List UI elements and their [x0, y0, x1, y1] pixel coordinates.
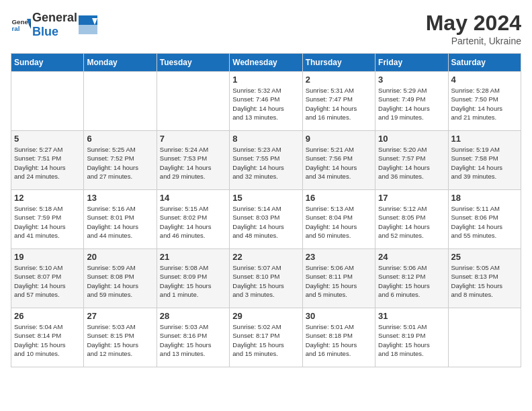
day-info: Sunrise: 5:21 AM Sunset: 7:56 PM Dayligh…: [306, 145, 372, 181]
day-number: 12: [14, 193, 81, 203]
header-monday: Monday: [84, 54, 157, 72]
logo-ral-text: ral: [62, 11, 77, 24]
day-number: 1: [232, 75, 299, 85]
table-row: [157, 72, 229, 131]
day-number: 30: [306, 311, 372, 321]
table-row: 28Sunrise: 5:03 AM Sunset: 8:16 PM Dayli…: [157, 308, 229, 367]
day-info: Sunrise: 5:13 AM Sunset: 8:04 PM Dayligh…: [306, 204, 372, 240]
table-row: 17Sunrise: 5:12 AM Sunset: 8:05 PM Dayli…: [375, 190, 448, 249]
table-row: 19Sunrise: 5:10 AM Sunset: 8:07 PM Dayli…: [11, 249, 84, 308]
day-info: Sunrise: 5:14 AM Sunset: 8:03 PM Dayligh…: [232, 204, 299, 240]
header-wednesday: Wednesday: [230, 54, 302, 72]
day-info: Sunrise: 5:07 AM Sunset: 8:10 PM Dayligh…: [232, 263, 299, 299]
day-info: Sunrise: 5:31 AM Sunset: 7:47 PM Dayligh…: [306, 86, 372, 122]
calendar-title: May 2024: [426, 11, 521, 36]
header-thursday: Thursday: [302, 54, 375, 72]
day-info: Sunrise: 5:08 AM Sunset: 8:09 PM Dayligh…: [160, 263, 226, 299]
title-block: May 2024 Partenit, Ukraine: [426, 11, 521, 46]
table-row: 23Sunrise: 5:06 AM Sunset: 8:11 PM Dayli…: [302, 249, 375, 308]
table-row: 18Sunrise: 5:11 AM Sunset: 8:06 PM Dayli…: [448, 190, 521, 249]
table-row: 22Sunrise: 5:07 AM Sunset: 8:10 PM Dayli…: [230, 249, 302, 308]
table-row: 14Sunrise: 5:15 AM Sunset: 8:02 PM Dayli…: [157, 190, 229, 249]
day-info: Sunrise: 5:01 AM Sunset: 8:19 PM Dayligh…: [378, 322, 445, 358]
day-number: 28: [160, 311, 226, 321]
table-row: 25Sunrise: 5:05 AM Sunset: 8:13 PM Dayli…: [448, 249, 521, 308]
svg-text:ral: ral: [12, 25, 20, 32]
table-row: [448, 308, 521, 367]
day-info: Sunrise: 5:18 AM Sunset: 7:59 PM Dayligh…: [14, 204, 81, 240]
day-number: 21: [160, 252, 226, 262]
day-number: 29: [232, 311, 299, 321]
table-row: 29Sunrise: 5:02 AM Sunset: 8:17 PM Dayli…: [230, 308, 302, 367]
day-number: 10: [378, 134, 445, 144]
day-info: Sunrise: 5:11 AM Sunset: 8:06 PM Dayligh…: [451, 204, 518, 240]
calendar-week-row: 19Sunrise: 5:10 AM Sunset: 8:07 PM Dayli…: [11, 249, 521, 308]
day-number: 15: [232, 193, 299, 203]
table-row: 10Sunrise: 5:20 AM Sunset: 7:57 PM Dayli…: [375, 131, 448, 190]
logo: Gene ral General Blue: [11, 11, 97, 39]
day-number: 26: [14, 311, 81, 321]
table-row: 5Sunrise: 5:27 AM Sunset: 7:51 PM Daylig…: [11, 131, 84, 190]
day-number: 19: [14, 252, 81, 262]
table-row: 8Sunrise: 5:23 AM Sunset: 7:55 PM Daylig…: [230, 131, 302, 190]
day-info: Sunrise: 5:16 AM Sunset: 8:01 PM Dayligh…: [87, 204, 153, 240]
weekday-header-row: Sunday Monday Tuesday Wednesday Thursday…: [11, 54, 521, 72]
day-number: 27: [87, 311, 153, 321]
day-info: Sunrise: 5:06 AM Sunset: 8:12 PM Dayligh…: [378, 263, 445, 299]
day-number: 24: [378, 252, 445, 262]
day-number: 8: [232, 134, 299, 144]
day-info: Sunrise: 5:03 AM Sunset: 8:15 PM Dayligh…: [87, 322, 153, 358]
table-row: [11, 72, 84, 131]
day-info: Sunrise: 5:09 AM Sunset: 8:08 PM Dayligh…: [87, 263, 153, 299]
calendar-week-row: 1Sunrise: 5:32 AM Sunset: 7:46 PM Daylig…: [11, 72, 521, 131]
table-row: 27Sunrise: 5:03 AM Sunset: 8:15 PM Dayli…: [84, 308, 157, 367]
table-row: 31Sunrise: 5:01 AM Sunset: 8:19 PM Dayli…: [375, 308, 448, 367]
svg-text:Gene: Gene: [12, 18, 29, 26]
page-header: Gene ral General Blue May 2024 Partenit,…: [11, 11, 521, 46]
table-row: 20Sunrise: 5:09 AM Sunset: 8:08 PM Dayli…: [84, 249, 157, 308]
table-row: 13Sunrise: 5:16 AM Sunset: 8:01 PM Dayli…: [84, 190, 157, 249]
day-info: Sunrise: 5:19 AM Sunset: 7:58 PM Dayligh…: [451, 145, 518, 181]
day-number: 14: [160, 193, 226, 203]
day-number: 17: [378, 193, 445, 203]
table-row: 21Sunrise: 5:08 AM Sunset: 8:09 PM Dayli…: [157, 249, 229, 308]
day-number: 7: [160, 134, 226, 144]
table-row: 30Sunrise: 5:01 AM Sunset: 8:18 PM Dayli…: [302, 308, 375, 367]
table-row: 12Sunrise: 5:18 AM Sunset: 7:59 PM Dayli…: [11, 190, 84, 249]
day-number: 9: [306, 134, 372, 144]
day-info: Sunrise: 5:24 AM Sunset: 7:53 PM Dayligh…: [160, 145, 226, 181]
day-number: 5: [14, 134, 81, 144]
logo-blue-text: Blue: [32, 25, 58, 38]
logo-general-text: Gene: [32, 11, 62, 24]
day-number: 23: [306, 252, 372, 262]
header-friday: Friday: [375, 54, 448, 72]
calendar-week-row: 5Sunrise: 5:27 AM Sunset: 7:51 PM Daylig…: [11, 131, 521, 190]
day-info: Sunrise: 5:20 AM Sunset: 7:57 PM Dayligh…: [378, 145, 445, 181]
logo-flag-icon: [79, 15, 97, 34]
table-row: [84, 72, 157, 131]
table-row: 11Sunrise: 5:19 AM Sunset: 7:58 PM Dayli…: [448, 131, 521, 190]
day-number: 13: [87, 193, 153, 203]
header-sunday: Sunday: [11, 54, 84, 72]
calendar-week-row: 26Sunrise: 5:04 AM Sunset: 8:14 PM Dayli…: [11, 308, 521, 367]
day-number: 31: [378, 311, 445, 321]
day-number: 18: [451, 193, 518, 203]
day-number: 25: [451, 252, 518, 262]
table-row: 6Sunrise: 5:25 AM Sunset: 7:52 PM Daylig…: [84, 131, 157, 190]
table-row: 2Sunrise: 5:31 AM Sunset: 7:47 PM Daylig…: [302, 72, 375, 131]
day-info: Sunrise: 5:29 AM Sunset: 7:49 PM Dayligh…: [378, 86, 445, 122]
table-row: 4Sunrise: 5:28 AM Sunset: 7:50 PM Daylig…: [448, 72, 521, 131]
day-number: 20: [87, 252, 153, 262]
day-info: Sunrise: 5:06 AM Sunset: 8:11 PM Dayligh…: [306, 263, 372, 299]
table-row: 26Sunrise: 5:04 AM Sunset: 8:14 PM Dayli…: [11, 308, 84, 367]
day-number: 3: [378, 75, 445, 85]
day-info: Sunrise: 5:27 AM Sunset: 7:51 PM Dayligh…: [14, 145, 81, 181]
day-info: Sunrise: 5:05 AM Sunset: 8:13 PM Dayligh…: [451, 263, 518, 299]
table-row: 16Sunrise: 5:13 AM Sunset: 8:04 PM Dayli…: [302, 190, 375, 249]
table-row: 24Sunrise: 5:06 AM Sunset: 8:12 PM Dayli…: [375, 249, 448, 308]
day-info: Sunrise: 5:03 AM Sunset: 8:16 PM Dayligh…: [160, 322, 226, 358]
day-info: Sunrise: 5:28 AM Sunset: 7:50 PM Dayligh…: [451, 86, 518, 122]
day-info: Sunrise: 5:01 AM Sunset: 8:18 PM Dayligh…: [306, 322, 372, 358]
table-row: 3Sunrise: 5:29 AM Sunset: 7:49 PM Daylig…: [375, 72, 448, 131]
day-number: 22: [232, 252, 299, 262]
